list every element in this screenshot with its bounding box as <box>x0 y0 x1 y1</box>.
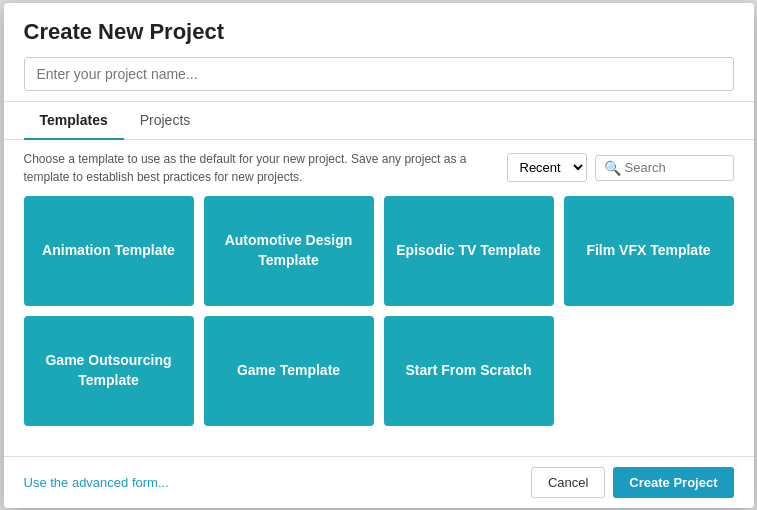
footer-buttons: Cancel Create Project <box>531 467 734 498</box>
template-card-scratch[interactable]: Start From Scratch <box>384 316 554 426</box>
search-icon: 🔍 <box>604 160 621 176</box>
template-card-label: Game Outsourcing Template <box>24 343 194 398</box>
toolbar: Choose a template to use as the default … <box>4 140 754 196</box>
template-card-game-outsourcing[interactable]: Game Outsourcing Template <box>24 316 194 426</box>
modal-header: Create New Project <box>4 3 754 102</box>
cancel-button[interactable]: Cancel <box>531 467 605 498</box>
templates-grid: Animation Template Automotive Design Tem… <box>24 196 734 426</box>
template-card-label: Episodic TV Template <box>388 233 548 269</box>
tabs-bar: Templates Projects <box>4 102 754 140</box>
tab-templates[interactable]: Templates <box>24 102 124 140</box>
toolbar-description: Choose a template to use as the default … <box>24 150 484 186</box>
modal-footer: Use the advanced form... Cancel Create P… <box>4 456 754 508</box>
create-project-modal: Create New Project Templates Projects Ch… <box>4 3 754 508</box>
template-card-game[interactable]: Game Template <box>204 316 374 426</box>
template-card-label: Automotive Design Template <box>204 223 374 278</box>
template-card-animation[interactable]: Animation Template <box>24 196 194 306</box>
tab-projects[interactable]: Projects <box>124 102 207 140</box>
template-card-label: Start From Scratch <box>397 353 539 389</box>
project-name-input[interactable] <box>24 57 734 91</box>
toolbar-right: Recent 🔍 <box>507 153 734 182</box>
template-card-automotive[interactable]: Automotive Design Template <box>204 196 374 306</box>
advanced-form-link[interactable]: Use the advanced form... <box>24 475 169 490</box>
modal-title: Create New Project <box>24 19 734 45</box>
search-input[interactable] <box>625 160 725 175</box>
template-card-label: Film VFX Template <box>578 233 718 269</box>
template-card-label: Game Template <box>229 353 348 389</box>
sort-select[interactable]: Recent <box>507 153 587 182</box>
template-card-episodic-tv[interactable]: Episodic TV Template <box>384 196 554 306</box>
template-card-label: Animation Template <box>34 233 183 269</box>
templates-grid-wrapper: Animation Template Automotive Design Tem… <box>4 196 754 456</box>
template-card-film-vfx[interactable]: Film VFX Template <box>564 196 734 306</box>
create-project-button[interactable]: Create Project <box>613 467 733 498</box>
modal-body: Choose a template to use as the default … <box>4 140 754 456</box>
search-box: 🔍 <box>595 155 734 181</box>
